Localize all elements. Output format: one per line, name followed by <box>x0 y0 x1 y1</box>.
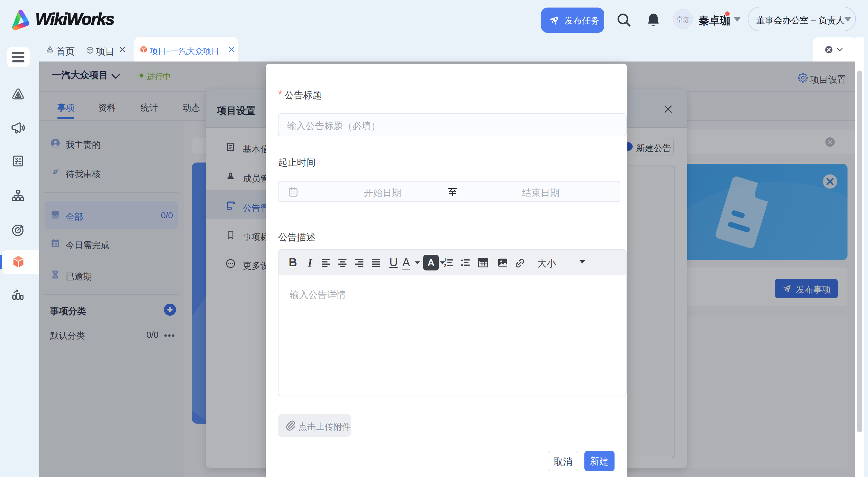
svg-text:1: 1 <box>444 258 446 262</box>
svg-text:2: 2 <box>444 263 446 268</box>
